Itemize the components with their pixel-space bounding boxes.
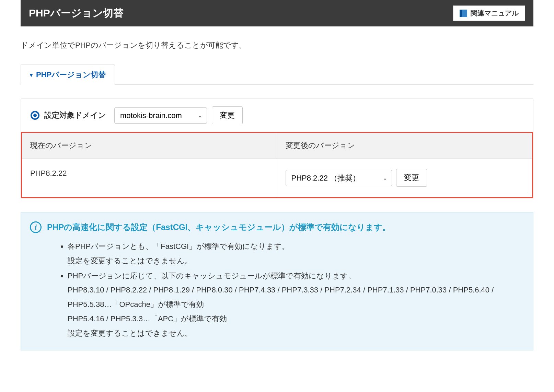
info-list: 各PHPバージョンとも、「FastCGI」が標準で有効になります。 設定を変更す… — [30, 239, 524, 341]
info-icon: i — [30, 221, 42, 233]
info-title: PHPの高速化に関する設定（FastCGI、キャッシュモジュール）が標準で有効に… — [47, 222, 391, 233]
list-item: 各PHPバージョンとも、「FastCGI」が標準で有効になります。 設定を変更す… — [68, 239, 524, 268]
page-title: PHPバージョン切替 — [29, 6, 124, 20]
list-item: PHPバージョンに応じて、以下のキャッシュモジュールが標準で有効になります。 P… — [68, 269, 524, 341]
new-version-cell: PHP8.2.22 （推奨） ⌄ 変更 — [277, 159, 532, 197]
table-row: PHP8.2.22 PHP8.2.22 （推奨） ⌄ 変更 — [22, 159, 532, 197]
version-select[interactable]: PHP8.2.22 （推奨） — [286, 170, 392, 186]
manual-button-label: 関連マニュアル — [471, 9, 519, 18]
domain-select[interactable]: motokis-brain.com — [114, 107, 207, 124]
radio-selected-icon — [31, 111, 39, 120]
version-table: 現在のバージョン 変更後のバージョン PHP8.2.22 PHP8.2.22 （… — [21, 132, 533, 198]
chevron-down-icon: ▾ — [30, 72, 33, 78]
current-version-value: PHP8.2.22 — [22, 159, 277, 197]
table-header-row: 現在のバージョン 変更後のバージョン — [22, 133, 532, 159]
domain-change-button[interactable]: 変更 — [212, 106, 243, 124]
tabs-container: ▾ PHPバージョン切替 — [21, 64, 533, 85]
page-description: ドメイン単位でPHPのバージョンを切り替えることが可能です。 — [21, 40, 533, 50]
domain-selector-row: 設定対象ドメイン motokis-brain.com ⌄ 変更 — [21, 99, 533, 132]
book-icon — [460, 10, 467, 17]
info-header: i PHPの高速化に関する設定（FastCGI、キャッシュモジュール）が標準で有… — [30, 221, 524, 233]
domain-label: 設定対象ドメイン — [44, 110, 106, 120]
tab-label: PHPバージョン切替 — [36, 70, 106, 80]
header-current-version: 現在のバージョン — [22, 133, 277, 158]
info-box: i PHPの高速化に関する設定（FastCGI、キャッシュモジュール）が標準で有… — [21, 212, 533, 350]
header-new-version: 変更後のバージョン — [277, 133, 532, 158]
tab-php-version-switch[interactable]: ▾ PHPバージョン切替 — [21, 65, 115, 85]
page-header: PHPバージョン切替 関連マニュアル — [21, 0, 533, 26]
related-manual-button[interactable]: 関連マニュアル — [453, 5, 525, 21]
settings-panel: 設定対象ドメイン motokis-brain.com ⌄ 変更 現在のバージョン… — [21, 99, 533, 198]
version-change-button[interactable]: 変更 — [396, 169, 427, 187]
